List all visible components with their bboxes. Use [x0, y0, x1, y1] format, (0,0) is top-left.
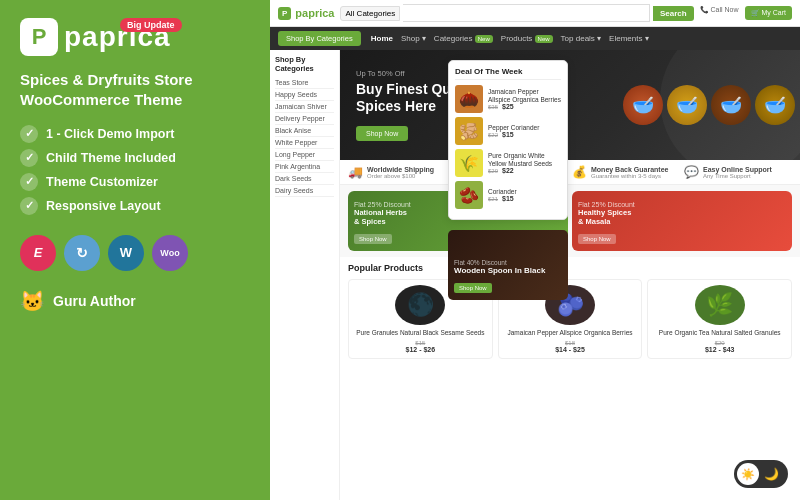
- feature-shipping-text: Worldwide Shipping Order above $100: [367, 166, 434, 179]
- elementor-icon: E: [20, 235, 56, 271]
- deal-info-3: Coriander $21 $15: [488, 188, 561, 203]
- guru-author: 🐱 Guru Author: [20, 289, 250, 313]
- search-input[interactable]: [403, 4, 650, 22]
- wooden-cta[interactable]: Shop Now: [454, 283, 492, 293]
- product-name-1: Jamaican Pepper Allspice Organica Berrie…: [508, 329, 633, 337]
- shipping-icon: 🚚: [348, 165, 363, 179]
- product-price-1: $14 - $25: [555, 346, 585, 353]
- popular-title: Popular Products: [348, 263, 792, 273]
- sidebar-title: Shop By Categories: [275, 55, 334, 73]
- spice-bowl-2: 🥣: [667, 85, 707, 125]
- promo-card-2: Flat 25% Discount Healthy Spices & Masal…: [572, 191, 792, 251]
- deal-old-0: $35: [488, 104, 498, 110]
- sidebar-cat-1[interactable]: Happy Seeds: [275, 89, 334, 101]
- sidebar-cat-2[interactable]: Jamaican Shiver: [275, 101, 334, 113]
- tagline: Spices & Dryfruits Store WooCommerce The…: [20, 70, 250, 111]
- product-img-2: 🌿: [695, 285, 745, 325]
- shop-by-categories-btn[interactable]: Shop By Categories: [278, 31, 361, 46]
- nav-links: Home Shop ▾ Categories New Products New …: [371, 34, 649, 43]
- hero-spice-bowls: 🥣 🥣 🥣 🥣: [595, 50, 795, 160]
- nav-shop[interactable]: Shop ▾: [401, 34, 426, 43]
- feature-item-4: ✓ Responsive Layout: [20, 197, 250, 215]
- theme-sidebar: Shop By Categories Teas Store Happy Seed…: [270, 50, 340, 500]
- spice-bowl-3: 🥣: [711, 85, 751, 125]
- call-now-label: 📞 Call Now: [700, 6, 739, 20]
- nav-top-deals[interactable]: Top deals ▾: [561, 34, 601, 43]
- sidebar-cat-4[interactable]: Black Anise: [275, 125, 334, 137]
- promo-cta-2[interactable]: Shop Now: [578, 234, 616, 244]
- nav-badge-2: New: [535, 35, 553, 43]
- feature-support: 💬 Easy Online Support Any Time Support: [684, 165, 792, 179]
- category-select[interactable]: All Categories: [340, 6, 400, 21]
- nav-elements[interactable]: Elements ▾: [609, 34, 649, 43]
- deal-old-3: $21: [488, 196, 498, 202]
- search-button[interactable]: Search: [653, 6, 694, 21]
- sidebar-cat-7[interactable]: Pink Argentina: [275, 161, 334, 173]
- spice-bowl-1: 🥣: [623, 85, 663, 125]
- logo-icon: P: [20, 18, 58, 56]
- woocommerce-icon: Woo: [152, 235, 188, 271]
- deal-price-3: $15: [502, 195, 514, 202]
- product-name-2: Pure Organic Tea Natural Salted Granules: [659, 329, 781, 337]
- sidebar-cat-5[interactable]: White Pepper: [275, 137, 334, 149]
- feature-guarantee-text: Money Back Guarantee Guarantee within 3-…: [591, 166, 668, 179]
- deal-old-1: $22: [488, 132, 498, 138]
- wordpress-icon: W: [108, 235, 144, 271]
- deal-item-1: 🫚 Pepper Coriander $22 $15: [455, 117, 561, 145]
- deal-item-2: 🌾 Pure Organic White Yellow Mustard Seed…: [455, 149, 561, 177]
- deal-name-3: Coriander: [488, 188, 561, 196]
- wooden-text: Wooden Spoon In Black: [454, 266, 545, 276]
- feature-label-3: Theme Customizer: [46, 175, 158, 189]
- spice-bowl-4: 🥣: [755, 85, 795, 125]
- product-price-2: $12 - $43: [705, 346, 735, 353]
- deal-title: Deal Of The Week: [455, 67, 561, 80]
- big-update-badge: Big Update: [120, 18, 182, 32]
- header-extras: 📞 Call Now 🛒 My Cart: [700, 6, 792, 20]
- popular-section: Popular Products 🌑 Pure Granules Natural…: [340, 257, 800, 500]
- promo-cta-1[interactable]: Shop Now: [354, 234, 392, 244]
- toggle-dark-icon: 🌙: [764, 467, 779, 481]
- product-card-2: 🌿 Pure Organic Tea Natural Salted Granul…: [647, 279, 792, 359]
- sidebar-cat-0[interactable]: Teas Store: [275, 77, 334, 89]
- product-name-0: Pure Granules Natural Black Sesame Seeds: [356, 329, 484, 337]
- plugin-icons-row: E ↻ W Woo: [20, 235, 250, 271]
- sidebar-cat-8[interactable]: Dark Seeds: [275, 173, 334, 185]
- right-panel: P paprica All Categories Search 📞 Call N…: [270, 0, 800, 500]
- theme-header: P paprica All Categories Search 📞 Call N…: [270, 0, 800, 27]
- deal-old-2: $29: [488, 168, 498, 174]
- deal-item-0: 🌰 Jamaican Pepper Allspice Organica Berr…: [455, 85, 561, 113]
- guru-cat-icon: 🐱: [20, 289, 45, 313]
- theme-logo-text: paprica: [295, 7, 334, 19]
- sidebar-cat-9[interactable]: Dairy Seeds: [275, 185, 334, 197]
- theme-logo: P paprica: [278, 7, 334, 20]
- wooden-banner: Flat 40% Discount Wooden Spoon In Black …: [448, 230, 568, 300]
- feature-label-2: Child Theme Included: [46, 151, 176, 165]
- promo-text-2: Flat 25% Discount Healthy Spices & Masal…: [578, 201, 635, 246]
- hero-cta-button[interactable]: Shop Now: [356, 126, 408, 141]
- theme-logo-box: P: [278, 7, 291, 20]
- deal-name-2: Pure Organic White Yellow Mustard Seeds: [488, 152, 561, 168]
- feature-support-text: Easy Online Support Any Time Support: [703, 166, 772, 179]
- nav-badge: New: [475, 35, 493, 43]
- nav-products[interactable]: Products New: [501, 34, 553, 43]
- deal-info-0: Jamaican Pepper Allspice Organica Berrie…: [488, 88, 561, 111]
- deal-price-2: $22: [502, 167, 514, 174]
- features-list: ✓ 1 - Click Demo Import ✓ Child Theme In…: [20, 125, 250, 221]
- theme-nav: Shop By Categories Home Shop ▾ Categorie…: [270, 27, 800, 50]
- deal-img-0: 🌰: [455, 85, 483, 113]
- cart-button[interactable]: 🛒 My Cart: [745, 6, 792, 20]
- feature-label-4: Responsive Layout: [46, 199, 161, 213]
- deal-item-3: 🫘 Coriander $21 $15: [455, 181, 561, 209]
- support-icon: 💬: [684, 165, 699, 179]
- product-price-0: $12 - $26: [406, 346, 436, 353]
- deal-price-0: $25: [502, 103, 514, 110]
- nav-home[interactable]: Home: [371, 34, 393, 43]
- dark-mode-toggle[interactable]: ☀️ 🌙: [734, 460, 788, 488]
- deal-name-1: Pepper Coriander: [488, 124, 561, 132]
- nav-categories[interactable]: Categories New: [434, 34, 493, 43]
- theme-main: Up To 50% Off Buy Finest Quality Spices …: [340, 50, 800, 500]
- sidebar-cat-3[interactable]: Delivery Pepper: [275, 113, 334, 125]
- check-icon-1: ✓: [20, 125, 38, 143]
- sidebar-cat-6[interactable]: Long Pepper: [275, 149, 334, 161]
- feature-item-3: ✓ Theme Customizer: [20, 173, 250, 191]
